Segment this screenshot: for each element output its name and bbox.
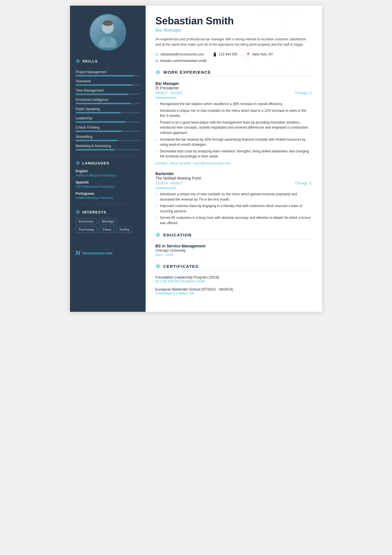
divider-2: [76, 205, 140, 205]
logo-text: novoresume.com: [82, 251, 113, 255]
diamond-icon-lang: [76, 161, 80, 165]
email-icon: ✉: [155, 52, 158, 57]
skill-bar: [76, 112, 140, 113]
main-content: Sebastian Smith Bar Manager An experienc…: [146, 6, 322, 312]
languages-section-header: LANGUAGES: [76, 161, 140, 165]
skills-list: Project Management Teamwork Time Managem…: [76, 70, 140, 150]
person-silhouette-icon: [92, 17, 123, 48]
cert-block: European Bartender School (07/2014 - 09/…: [155, 287, 312, 295]
skill-name: Project Management: [76, 70, 140, 74]
phone-contact: 📱 123 444 555: [213, 52, 238, 57]
linkedin-icon: in: [155, 59, 158, 63]
bullet-list: Reorganized the bar stations which resul…: [155, 101, 312, 159]
interest-tag: Economics: [76, 218, 97, 224]
job-company: The NoMad Meeting Point: [155, 176, 312, 180]
email-contact: ✉ sebastian@novoresume.com: [155, 52, 204, 57]
skill-item: Leadership: [76, 116, 140, 123]
certificates-section: CERTIFICATES Foundation Leadership Progr…: [155, 264, 312, 295]
languages-list: English Native or Bilingual Proficiency …: [76, 169, 140, 199]
profile-photo: [90, 14, 126, 50]
job-contact-ref: Contact : Vince Scarlett - vince@novores…: [155, 161, 312, 165]
edu-degree: BS in Service Management: [155, 244, 312, 248]
skill-bar: [76, 75, 140, 76]
interest-tag: Surfing: [116, 226, 132, 233]
job-dates: 12/2014 - 03/2017: [155, 181, 183, 185]
bullet-item: Improved customer base by engaging in a …: [155, 203, 312, 214]
cert-name: European Bartender School (07/2014 - 09/…: [155, 287, 312, 291]
skill-item: Marketing & Advertising: [76, 144, 140, 150]
achievements-label: Achievements: [155, 96, 312, 100]
skill-bar-fill: [76, 121, 126, 123]
bullet-list: Introduced a unique mix of new cocktails…: [155, 192, 312, 226]
languages-title: LANGUAGES: [82, 161, 109, 165]
language-item: English Native or Bilingual Proficiency: [76, 169, 140, 177]
skill-bar: [76, 131, 140, 132]
interests-grid: EconomicsMixologyPsychologyChessSurfing: [76, 218, 140, 233]
language-name: Portuguese: [76, 192, 140, 196]
skill-name: Leadership: [76, 116, 140, 120]
skill-bar: [76, 94, 140, 95]
skill-name: Public Speaking: [76, 107, 140, 111]
skill-name: Teamwork: [76, 79, 140, 83]
edu-years: 2013 - 2016: [155, 253, 312, 257]
skill-name: Time Management: [76, 89, 140, 92]
jobs-list: Bar Manager El Presidente 04/2017 - 01/2…: [155, 81, 312, 226]
job-block: Bartender The NoMad Meeting Point 12/201…: [155, 171, 312, 226]
job-title: Bar Manager: [155, 81, 312, 86]
language-item: Portuguese Limited Working Proficiency: [76, 192, 140, 199]
skill-bar-fill: [76, 103, 130, 104]
contact-row: ✉ sebastian@novoresume.com 📱 123 444 555…: [155, 52, 312, 63]
edu-school: Chicago University: [155, 248, 312, 252]
skill-name: Marketing & Advertising: [76, 144, 140, 148]
cert-name: Foundation Leadership Program (2019): [155, 275, 312, 279]
interests-title: INTERESTS: [82, 210, 106, 214]
linkedin-contact: in linkedin.com/in/sebastian.smith: [155, 59, 207, 63]
diamond-icon-cert: [155, 264, 160, 269]
job-block: Bar Manager El Presidente 04/2017 - 01/2…: [155, 81, 312, 165]
skill-bar-fill: [76, 149, 114, 150]
interests-section-header: INTERESTS: [76, 210, 140, 214]
skill-bar-fill: [76, 94, 129, 95]
interest-tag: Chess: [99, 226, 114, 233]
diamond-icon: [76, 59, 80, 63]
cert-list: Foundation Leadership Program (2019) By …: [155, 275, 312, 295]
skill-name: Storytelling: [76, 135, 140, 139]
location-contact: 📍 New York, NY: [246, 52, 273, 57]
skill-bar: [76, 140, 140, 141]
cert-by: By CSE EMTW Education Center: [155, 279, 312, 283]
edu-list: BS in Service Management Chicago Univers…: [155, 244, 312, 257]
skills-section-header: SKILLS: [76, 59, 140, 63]
bullet-item: Increased the bar revenue by 20% through…: [155, 137, 312, 147]
sidebar-footer: N novoresume.com: [76, 249, 140, 257]
resume-container: SKILLS Project Management Teamwork Time …: [70, 6, 322, 312]
skill-bar-fill: [76, 131, 122, 132]
skill-name: Emotional Intelligence: [76, 98, 140, 102]
bullet-item: Reorganized the bar stations which resul…: [155, 101, 312, 107]
language-name: Spanish: [76, 180, 140, 184]
job-title: Bartender: [155, 171, 312, 176]
edu-block: BS in Service Management Chicago Univers…: [155, 244, 312, 257]
cert-block: Foundation Leadership Program (2019) By …: [155, 275, 312, 283]
job-dates: 04/2017 - 01/2022: [155, 91, 183, 95]
phone-value: 123 444 555: [219, 52, 238, 56]
work-section-header: WORK EXPERIENCE: [155, 70, 312, 77]
bullet-item: Served 95 customers in a busy hour with …: [155, 215, 312, 226]
language-level: Limited Working Proficiency: [76, 196, 140, 199]
photo-placeholder: [90, 15, 125, 50]
email-value: sebastian@novoresume.com: [160, 52, 204, 56]
language-item: Spanish Full Professional Proficiency: [76, 180, 140, 188]
svg-point-5: [103, 20, 113, 26]
skill-name: Critical Thinking: [76, 126, 140, 129]
full-name: Sebastian Smith: [155, 15, 312, 27]
skill-item: Project Management: [76, 70, 140, 76]
skill-item: Critical Thinking: [76, 126, 140, 132]
novoresume-logo: N novoresume.com: [76, 249, 140, 257]
sidebar-bg-pattern: [70, 6, 146, 312]
skill-bar-fill: [76, 112, 121, 113]
skill-item: Emotional Intelligence: [76, 98, 140, 104]
job-company: El Presidente: [155, 86, 312, 90]
location-value: New York, NY: [252, 52, 273, 56]
education-section-title: EDUCATION: [163, 233, 192, 237]
job-title: Bar Manager: [155, 28, 312, 33]
skills-title: SKILLS: [82, 59, 98, 63]
